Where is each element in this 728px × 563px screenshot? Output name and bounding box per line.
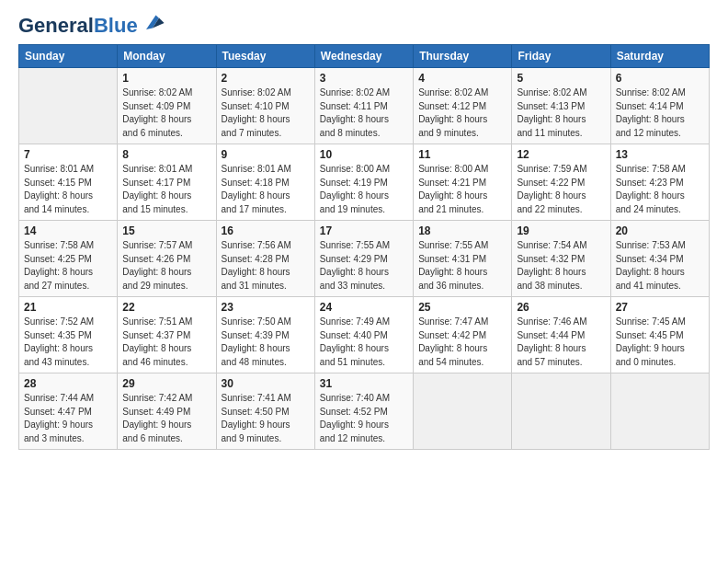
calendar-cell: 27Sunrise: 7:45 AMSunset: 4:45 PMDayligh… [610,297,709,373]
calendar-cell: 3Sunrise: 8:02 AMSunset: 4:11 PMDaylight… [314,68,413,144]
calendar-cell [512,373,610,450]
calendar-week-row: 1Sunrise: 8:02 AMSunset: 4:09 PMDaylight… [19,68,710,144]
calendar-cell: 9Sunrise: 8:01 AMSunset: 4:18 PMDaylight… [216,144,314,221]
calendar-cell: 20Sunrise: 7:53 AMSunset: 4:34 PMDayligh… [610,221,709,297]
day-number: 2 [222,72,310,85]
calendar-cell: 5Sunrise: 8:02 AMSunset: 4:13 PMDaylight… [512,68,610,144]
calendar-cell: 11Sunrise: 8:00 AMSunset: 4:21 PMDayligh… [414,144,512,221]
calendar-header-sunday: Sunday [19,45,118,68]
calendar-week-row: 7Sunrise: 8:01 AMSunset: 4:15 PMDaylight… [19,144,710,221]
day-info: Sunrise: 7:58 AMSunset: 4:23 PMDaylight:… [616,163,704,216]
day-number: 6 [616,72,704,85]
calendar-header-thursday: Thursday [414,45,512,68]
day-number: 10 [320,148,408,161]
calendar-header-row: SundayMondayTuesdayWednesdayThursdayFrid… [19,45,710,68]
day-info: Sunrise: 8:02 AMSunset: 4:13 PMDaylight:… [517,86,605,140]
day-number: 12 [517,148,605,161]
day-info: Sunrise: 7:41 AMSunset: 4:50 PMDaylight:… [222,392,310,445]
header: GeneralBlue [18,15,710,37]
calendar-cell: 1Sunrise: 8:02 AMSunset: 4:09 PMDaylight… [118,68,216,144]
calendar-cell: 29Sunrise: 7:42 AMSunset: 4:49 PMDayligh… [118,373,216,450]
day-number: 11 [418,148,506,161]
day-info: Sunrise: 8:02 AMSunset: 4:09 PMDaylight:… [122,86,210,140]
day-number: 14 [24,224,112,237]
day-number: 1 [122,72,210,85]
day-number: 22 [122,301,210,314]
calendar-cell: 23Sunrise: 7:50 AMSunset: 4:39 PMDayligh… [216,297,314,373]
day-number: 26 [517,301,605,314]
calendar-cell [19,68,118,144]
calendar-table: SundayMondayTuesdayWednesdayThursdayFrid… [18,44,710,450]
day-info: Sunrise: 7:44 AMSunset: 4:47 PMDaylight:… [24,392,112,445]
calendar-cell: 28Sunrise: 7:44 AMSunset: 4:47 PMDayligh… [19,373,118,450]
day-info: Sunrise: 7:58 AMSunset: 4:25 PMDaylight:… [24,239,112,293]
calendar-cell: 8Sunrise: 8:01 AMSunset: 4:17 PMDaylight… [118,144,216,221]
calendar-cell: 21Sunrise: 7:52 AMSunset: 4:35 PMDayligh… [19,297,118,373]
day-info: Sunrise: 7:51 AMSunset: 4:37 PMDaylight:… [122,316,210,369]
day-info: Sunrise: 7:55 AMSunset: 4:29 PMDaylight:… [320,239,408,293]
calendar-cell: 15Sunrise: 7:57 AMSunset: 4:26 PMDayligh… [118,221,216,297]
day-number: 21 [24,301,112,314]
day-number: 16 [222,224,310,237]
day-number: 13 [616,148,704,161]
calendar-cell: 26Sunrise: 7:46 AMSunset: 4:44 PMDayligh… [512,297,610,373]
day-number: 28 [24,377,112,390]
calendar-cell: 16Sunrise: 7:56 AMSunset: 4:28 PMDayligh… [216,221,314,297]
calendar-week-row: 14Sunrise: 7:58 AMSunset: 4:25 PMDayligh… [19,221,710,297]
calendar-cell: 13Sunrise: 7:58 AMSunset: 4:23 PMDayligh… [610,144,709,221]
calendar-header-monday: Monday [118,45,216,68]
day-number: 29 [122,377,210,390]
day-info: Sunrise: 8:01 AMSunset: 4:17 PMDaylight:… [122,163,210,216]
day-number: 8 [122,148,210,161]
calendar-cell [414,373,512,450]
day-number: 15 [122,224,210,237]
day-info: Sunrise: 7:59 AMSunset: 4:22 PMDaylight:… [517,163,605,216]
calendar-week-row: 21Sunrise: 7:52 AMSunset: 4:35 PMDayligh… [19,297,710,373]
day-info: Sunrise: 7:46 AMSunset: 4:44 PMDaylight:… [517,316,605,369]
day-number: 17 [320,224,408,237]
day-info: Sunrise: 7:57 AMSunset: 4:26 PMDaylight:… [122,239,210,293]
day-number: 18 [418,224,506,237]
day-info: Sunrise: 7:53 AMSunset: 4:34 PMDaylight:… [616,239,704,293]
calendar-header-wednesday: Wednesday [314,45,413,68]
logo-icon [140,10,165,36]
day-number: 23 [222,301,310,314]
day-info: Sunrise: 7:45 AMSunset: 4:45 PMDaylight:… [616,316,704,369]
day-info: Sunrise: 7:49 AMSunset: 4:40 PMDaylight:… [320,316,408,369]
calendar-cell: 22Sunrise: 7:51 AMSunset: 4:37 PMDayligh… [118,297,216,373]
calendar-cell: 10Sunrise: 8:00 AMSunset: 4:19 PMDayligh… [314,144,413,221]
logo: GeneralBlue [18,15,165,37]
day-info: Sunrise: 7:50 AMSunset: 4:39 PMDaylight:… [222,316,310,369]
calendar-header-tuesday: Tuesday [216,45,314,68]
calendar-week-row: 28Sunrise: 7:44 AMSunset: 4:47 PMDayligh… [19,373,710,450]
logo-text: GeneralBlue [18,15,138,37]
calendar-header-saturday: Saturday [610,45,709,68]
day-number: 20 [616,224,704,237]
calendar-cell: 14Sunrise: 7:58 AMSunset: 4:25 PMDayligh… [19,221,118,297]
day-number: 5 [517,72,605,85]
calendar-cell: 24Sunrise: 7:49 AMSunset: 4:40 PMDayligh… [314,297,413,373]
calendar-cell: 6Sunrise: 8:02 AMSunset: 4:14 PMDaylight… [610,68,709,144]
day-number: 19 [517,224,605,237]
day-info: Sunrise: 8:00 AMSunset: 4:19 PMDaylight:… [320,163,408,216]
day-number: 4 [418,72,506,85]
day-info: Sunrise: 7:47 AMSunset: 4:42 PMDaylight:… [418,316,506,369]
calendar-cell: 2Sunrise: 8:02 AMSunset: 4:10 PMDaylight… [216,68,314,144]
day-number: 31 [320,377,408,390]
calendar-cell: 4Sunrise: 8:02 AMSunset: 4:12 PMDaylight… [414,68,512,144]
calendar-header-friday: Friday [512,45,610,68]
day-info: Sunrise: 7:56 AMSunset: 4:28 PMDaylight:… [222,239,310,293]
calendar-cell: 31Sunrise: 7:40 AMSunset: 4:52 PMDayligh… [314,373,413,450]
day-number: 9 [222,148,310,161]
day-info: Sunrise: 7:55 AMSunset: 4:31 PMDaylight:… [418,239,506,293]
calendar-cell: 18Sunrise: 7:55 AMSunset: 4:31 PMDayligh… [414,221,512,297]
day-info: Sunrise: 8:02 AMSunset: 4:11 PMDaylight:… [320,86,408,140]
day-info: Sunrise: 7:52 AMSunset: 4:35 PMDaylight:… [24,316,112,369]
calendar-cell: 25Sunrise: 7:47 AMSunset: 4:42 PMDayligh… [414,297,512,373]
day-info: Sunrise: 8:01 AMSunset: 4:15 PMDaylight:… [24,163,112,216]
calendar-cell: 19Sunrise: 7:54 AMSunset: 4:32 PMDayligh… [512,221,610,297]
calendar-cell: 7Sunrise: 8:01 AMSunset: 4:15 PMDaylight… [19,144,118,221]
day-info: Sunrise: 7:40 AMSunset: 4:52 PMDaylight:… [320,392,408,445]
day-info: Sunrise: 7:54 AMSunset: 4:32 PMDaylight:… [517,239,605,293]
calendar-cell [610,373,709,450]
